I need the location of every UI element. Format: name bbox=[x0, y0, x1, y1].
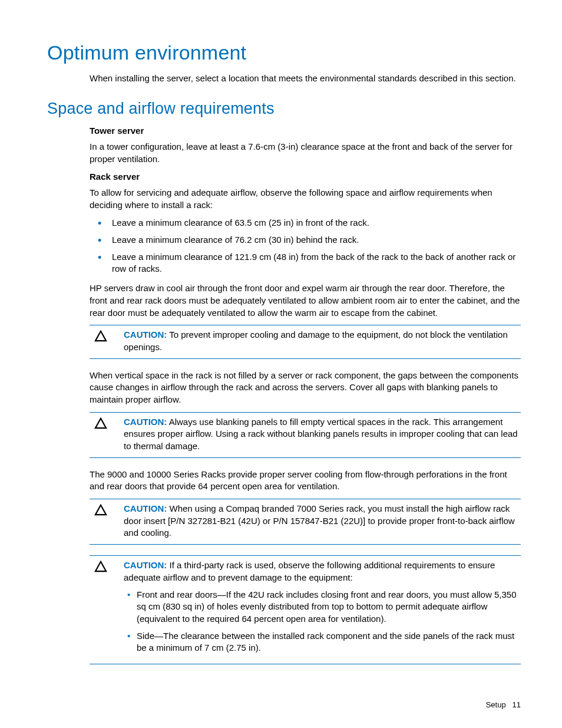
caution-text: CAUTION: Always use blanking panels to f… bbox=[124, 416, 521, 453]
rack-para-airflow: HP servers draw in cool air through the … bbox=[90, 282, 521, 319]
caution-body: To prevent improper cooling and damage t… bbox=[124, 330, 508, 352]
caution-box: CAUTION: To prevent improper cooling and… bbox=[90, 325, 521, 358]
caution-body: When using a Compaq branded 7000 Series … bbox=[124, 503, 515, 538]
list-item: Leave a minimum clearance of 63.5 cm (25… bbox=[90, 217, 521, 229]
rack-bullet-list: Leave a minimum clearance of 63.5 cm (25… bbox=[90, 217, 521, 275]
caution-bullet-list: Front and rear doors—If the 42U rack inc… bbox=[124, 589, 521, 654]
caution-body: If a third-party rack is used, observe t… bbox=[124, 560, 495, 582]
para-series-racks: The 9000 and 10000 Series Racks provide … bbox=[90, 469, 521, 493]
caution-icon bbox=[90, 559, 124, 574]
rack-lead: To allow for servicing and adequate airf… bbox=[90, 187, 521, 211]
list-item: Front and rear doors—If the 42U rack inc… bbox=[124, 589, 521, 625]
tower-text: In a tower configuration, leave at least… bbox=[90, 141, 521, 165]
caution-text: CAUTION: If a third-party rack is used, … bbox=[124, 559, 521, 659]
caution-box: CAUTION: If a third-party rack is used, … bbox=[90, 555, 521, 664]
intro-paragraph: When installing the server, select a loc… bbox=[90, 73, 521, 84]
caution-icon bbox=[90, 416, 124, 431]
caution-body: Always use blanking panels to fill empty… bbox=[124, 417, 518, 451]
footer-page: 11 bbox=[513, 700, 521, 709]
caution-label: CAUTION: bbox=[124, 330, 167, 340]
tower-heading: Tower server bbox=[90, 125, 521, 137]
caution-text: CAUTION: When using a Compaq branded 700… bbox=[124, 503, 521, 539]
page-title: Optimum environment bbox=[47, 41, 521, 64]
caution-text: CAUTION: To prevent improper cooling and… bbox=[124, 329, 521, 353]
caution-icon bbox=[90, 329, 124, 344]
caution-label: CAUTION: bbox=[124, 503, 167, 513]
section-heading: Space and airflow requirements bbox=[47, 100, 521, 118]
rack-heading: Rack server bbox=[90, 171, 521, 183]
list-item: Side—The clearance between the installed… bbox=[124, 630, 521, 654]
caution-box: CAUTION: When using a Compaq branded 700… bbox=[90, 499, 521, 545]
footer-section: Setup bbox=[486, 700, 506, 709]
para-blanking: When vertical space in the rack is not f… bbox=[90, 370, 521, 406]
caution-label: CAUTION: bbox=[124, 417, 167, 427]
list-item: Leave a minimum clearance of 76.2 cm (30… bbox=[90, 234, 521, 246]
caution-box: CAUTION: Always use blanking panels to f… bbox=[90, 412, 521, 458]
caution-label: CAUTION: bbox=[124, 560, 167, 570]
page-footer: Setup 11 bbox=[486, 700, 521, 709]
caution-icon bbox=[90, 503, 124, 518]
list-item: Leave a minimum clearance of 121.9 cm (4… bbox=[90, 251, 521, 275]
